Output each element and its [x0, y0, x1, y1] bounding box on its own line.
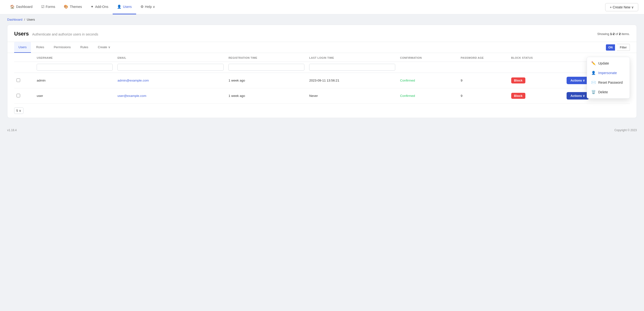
dropdown-item-reset-password[interactable]: ✉️ Reset Password — [587, 78, 630, 87]
tab-permissions[interactable]: Permissions — [49, 42, 75, 53]
create-new-button[interactable]: + Create New ∨ — [605, 3, 638, 11]
email-link-admin[interactable]: admin@example.com — [118, 79, 149, 82]
row-username-user: user — [34, 88, 115, 104]
filter-toggle-on[interactable]: ON — [606, 44, 615, 51]
nav-item-forms[interactable]: ☑ Forms — [37, 0, 60, 15]
nav-item-help[interactable]: ⚙ Help ∨ — [136, 0, 160, 15]
table-row: user user@example.com 1 week ago Never C… — [14, 88, 630, 104]
filter-email — [115, 62, 226, 73]
th-block-status: BLOCK STATUS — [509, 53, 564, 62]
addons-icon: ✦ — [90, 5, 94, 9]
tab-rules[interactable]: Rules — [76, 42, 92, 53]
showing-count: Showing 1-2 of 2 items. — [597, 32, 630, 36]
update-icon: ✏️ — [591, 61, 596, 66]
nav-label-dashboard: Dashboard — [16, 5, 32, 9]
pagination-row: 5 ∨ — [8, 104, 636, 118]
actions-button-user[interactable]: Actions ∨ — [566, 92, 589, 100]
row-age-admin: 9 — [458, 73, 509, 88]
reset-password-icon: ✉️ — [591, 80, 596, 85]
nav-label-forms: Forms — [46, 5, 55, 9]
dropdown-item-delete[interactable]: 🗑️ Delete — [587, 87, 630, 97]
filter-login — [307, 62, 398, 73]
actions-label-user: Actions ∨ — [570, 94, 585, 98]
nav-label-themes: Themes — [70, 5, 82, 9]
table-container: USERNAME EMAIL REGISTRATION TIME LAST LO… — [8, 53, 636, 104]
tab-create[interactable]: Create ∨ — [94, 42, 115, 53]
nav-item-addons[interactable]: ✦ Add-Ons — [86, 0, 113, 15]
home-icon: 🏠 — [10, 5, 14, 9]
per-page-select[interactable]: 5 ∨ — [14, 107, 24, 114]
breadcrumb-parent[interactable]: Dashboard — [7, 18, 22, 21]
row-reg-admin: 1 week ago — [226, 73, 307, 88]
filter-block — [509, 62, 564, 73]
table-header-row: USERNAME EMAIL REGISTRATION TIME LAST LO… — [14, 53, 630, 62]
nav-item-dashboard[interactable]: 🏠 Dashboard — [6, 0, 37, 15]
per-page-value: 5 — [16, 109, 18, 112]
card-subtitle: Authenticate and authorize users in seco… — [32, 32, 98, 36]
row-block-admin: Block — [509, 73, 564, 88]
per-page-chevron: ∨ — [19, 109, 21, 112]
th-registration-time: REGISTRATION TIME — [226, 53, 307, 62]
row-check-user — [14, 88, 34, 104]
tab-users[interactable]: Users — [14, 42, 31, 53]
row-reg-user: 1 week ago — [226, 88, 307, 104]
filter-reg — [226, 62, 307, 73]
filter-check — [14, 62, 34, 73]
nav-items: 🏠 Dashboard ☑ Forms 🎨 Themes ✦ Add-Ons 👤… — [6, 0, 605, 15]
confirmation-badge-admin: Confirmed — [400, 79, 415, 82]
dropdown-item-update[interactable]: ✏️ Update — [587, 59, 630, 68]
main-card: Users Authenticate and authorize users i… — [7, 25, 637, 118]
checkbox-user[interactable] — [16, 94, 20, 97]
delete-icon: 🗑️ — [591, 90, 596, 94]
forms-icon: ☑ — [41, 5, 44, 9]
th-password-age: PASSWORD AGE — [458, 53, 509, 62]
row-confirm-admin: Confirmed — [398, 73, 458, 88]
row-username-admin: admin — [34, 73, 115, 88]
copyright-text: Copyright © 2023 — [614, 129, 637, 132]
row-login-admin: 2023-09-11 13:56:21 — [307, 73, 398, 88]
filter-button[interactable]: Filter — [617, 44, 630, 51]
username-filter-input[interactable] — [37, 64, 113, 71]
themes-icon: 🎨 — [64, 5, 68, 9]
block-button-user[interactable]: Block — [511, 93, 525, 99]
filter-row — [14, 62, 630, 73]
dropdown-label-reset-password: Reset Password — [598, 81, 623, 84]
table-row: admin admin@example.com 1 week ago 2023-… — [14, 73, 630, 88]
filter-age — [458, 62, 509, 73]
row-confirm-user: Confirmed — [398, 88, 458, 104]
row-login-user: Never — [307, 88, 398, 104]
nav-item-themes[interactable]: 🎨 Themes — [60, 0, 86, 15]
th-check — [14, 53, 34, 62]
reg-filter-input[interactable] — [228, 64, 304, 71]
nav-item-users[interactable]: 👤 Users — [113, 0, 136, 15]
th-confirmation: CONFIRMATION — [398, 53, 458, 62]
impersonate-icon: 👤 — [591, 71, 596, 75]
filter-toggle-group: ON Filter — [606, 44, 630, 51]
actions-button-admin[interactable]: Actions ∨ — [566, 77, 589, 84]
dropdown-label-update: Update — [598, 61, 609, 65]
dropdown-item-impersonate[interactable]: 👤 Impersonate — [587, 68, 630, 78]
actions-label-admin: Actions ∨ — [570, 79, 585, 82]
footer: v1.18.4 Copyright © 2023 — [0, 125, 644, 135]
email-filter-input[interactable] — [118, 64, 224, 71]
filter-username — [34, 62, 115, 73]
th-username: USERNAME — [34, 53, 115, 62]
page-title: Users — [14, 31, 29, 37]
tab-roles[interactable]: Roles — [32, 42, 48, 53]
help-icon: ⚙ — [140, 5, 144, 9]
login-filter-input[interactable] — [309, 64, 395, 71]
checkbox-admin[interactable] — [16, 78, 20, 82]
email-link-user[interactable]: user@example.com — [118, 94, 146, 98]
row-email-user: user@example.com — [115, 88, 226, 104]
row-block-user: Block — [509, 88, 564, 104]
top-navigation: 🏠 Dashboard ☑ Forms 🎨 Themes ✦ Add-Ons 👤… — [0, 0, 644, 15]
block-button-admin[interactable]: Block — [511, 78, 525, 84]
confirmation-badge-user: Confirmed — [400, 94, 415, 98]
version-text: v1.18.4 — [7, 129, 16, 132]
row-age-user: 9 — [458, 88, 509, 104]
users-icon: 👤 — [117, 5, 122, 9]
row-email-admin: admin@example.com — [115, 73, 226, 88]
nav-label-addons: Add-Ons — [95, 5, 108, 9]
th-last-login: LAST LOGIN TIME — [307, 53, 398, 62]
row-check-admin — [14, 73, 34, 88]
